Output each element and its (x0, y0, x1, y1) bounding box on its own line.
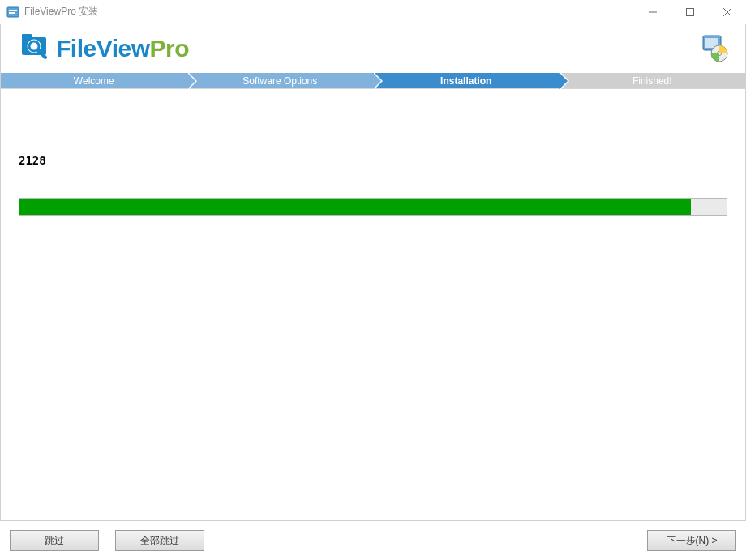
footer: 跳过 全部跳过 下一步(N) > (0, 521, 746, 560)
app-icon (6, 6, 19, 19)
step-software-options: Software Options (187, 73, 374, 88)
footer-left: 跳过 全部跳过 (10, 530, 204, 551)
wizard-steps: Welcome Software Options Installation Fi… (1, 73, 745, 89)
minimize-button[interactable] (634, 0, 671, 24)
skip-all-button[interactable]: 全部跳过 (115, 530, 204, 551)
window-controls (634, 0, 746, 24)
logo-part-fileview: FileView (56, 35, 150, 62)
header: FileViewPro (1, 24, 745, 73)
step-welcome: Welcome (1, 73, 187, 88)
svg-rect-2 (9, 12, 15, 14)
logo-part-pro: Pro (150, 35, 190, 62)
step-label: Software Options (242, 75, 317, 87)
step-finished: Finished! (560, 73, 746, 88)
titlebar: FileViewPro 安装 (0, 0, 746, 24)
svg-rect-8 (22, 34, 32, 39)
progress-counter: 2128 (19, 154, 727, 167)
step-label: Finished! (632, 75, 672, 87)
skip-button[interactable]: 跳过 (10, 530, 99, 551)
maximize-button[interactable] (671, 0, 709, 24)
next-button[interactable]: 下一步(N) > (647, 530, 736, 551)
svg-rect-1 (9, 10, 17, 11)
svg-rect-4 (687, 9, 694, 16)
close-button[interactable] (709, 0, 746, 24)
product-logo: FileViewPro (17, 34, 189, 63)
step-installation: Installation (373, 73, 560, 88)
step-label: Installation (440, 75, 491, 87)
window-title: FileViewPro 安装 (24, 5, 98, 19)
magnifier-icon (17, 34, 53, 63)
content-area: FileViewPro Welcome Software Options Ins… (0, 24, 746, 521)
progress-bar (19, 198, 727, 216)
progress-fill (19, 199, 691, 215)
step-label: Welcome (74, 75, 114, 87)
installer-disc-icon (700, 34, 729, 63)
logo-text: FileViewPro (56, 35, 189, 62)
progress-area: 2128 (1, 89, 745, 216)
